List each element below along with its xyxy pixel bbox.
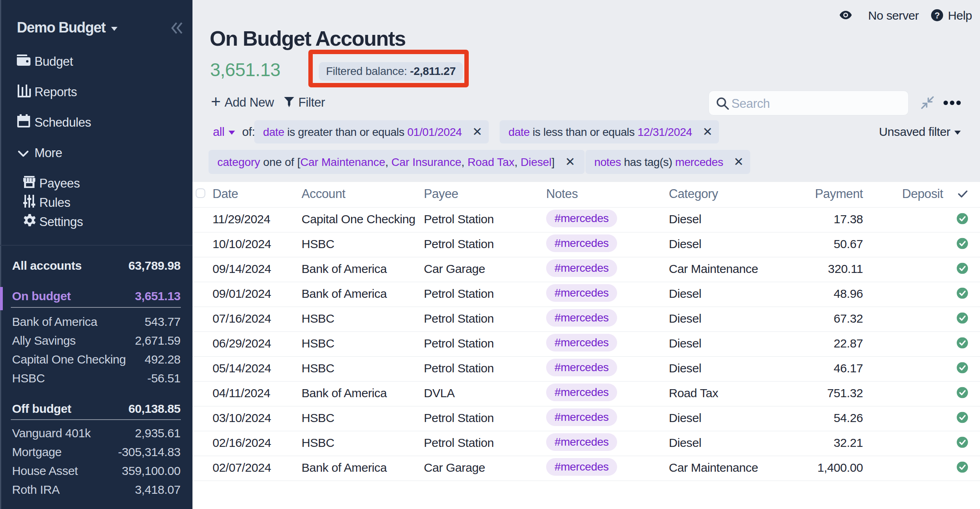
svg-text:?: ? — [934, 10, 940, 20]
